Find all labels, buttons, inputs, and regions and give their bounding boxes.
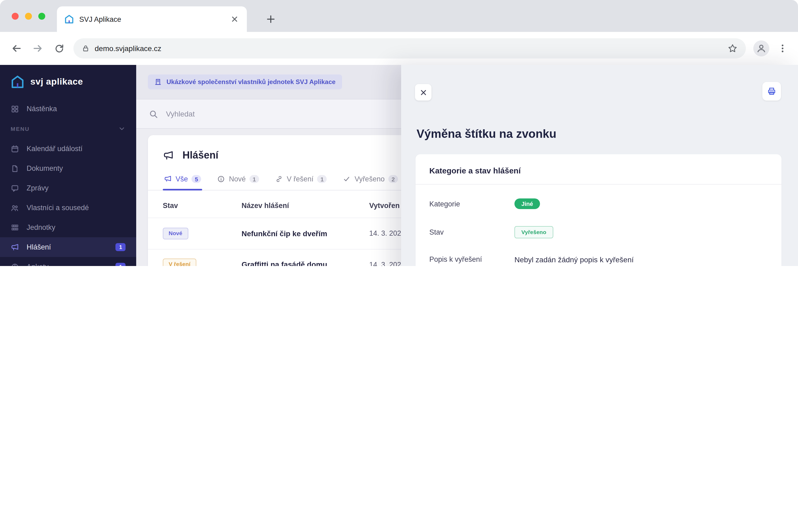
tab-vyreseno[interactable]: Vyřešeno 2 <box>342 170 399 190</box>
sidebar-item-nastenka[interactable]: Nástěnka <box>0 99 136 119</box>
status-badge: Nové <box>163 228 188 239</box>
search-icon <box>149 109 158 118</box>
count-badge: 1 <box>116 243 126 251</box>
card-title: Kategorie a stav hlášení <box>416 154 781 185</box>
section-label: MENU <box>11 126 30 132</box>
browser-tabstrip: SVJ Aplikace <box>0 0 798 32</box>
sidebar-item-zpravy[interactable]: Zprávy <box>0 178 136 198</box>
people-icon <box>11 204 19 212</box>
link-icon <box>275 175 283 183</box>
forward-icon[interactable] <box>31 41 45 55</box>
tab-label: Nové <box>229 175 246 183</box>
tab-close-icon[interactable] <box>230 14 240 24</box>
url-text: demo.svjaplikace.cz <box>95 44 722 53</box>
tab-count: 2 <box>388 175 398 183</box>
browser-menu-icon[interactable] <box>777 44 788 53</box>
chevron-down-icon <box>118 125 126 132</box>
resolution-text: Nebyl zadán žádný popis k vyřešení <box>514 255 633 264</box>
sidebar-item-vlastnici[interactable]: Vlastníci a sousedé <box>0 198 136 217</box>
document-icon <box>11 164 19 173</box>
category-status-card: Kategorie a stav hlášení Kategorie Jiné … <box>416 154 781 266</box>
column-name: Název hlášení <box>242 202 369 210</box>
tab-label: V řešení <box>287 175 314 183</box>
sidebar-item-kalendar[interactable]: Kalendář událostí <box>0 139 136 158</box>
sidebar-item-label: Kalendář událostí <box>26 145 82 153</box>
sidebar-item-dokumenty[interactable]: Dokumenty <box>0 158 136 178</box>
app-logo[interactable]: svj aplikace <box>0 65 136 99</box>
tab-count: 1 <box>249 175 259 183</box>
tab-nove[interactable]: Nové 1 <box>216 170 260 190</box>
print-button[interactable] <box>762 82 781 100</box>
column-status: Stav <box>163 202 242 210</box>
status-row: Stav Vyřešeno <box>416 217 781 247</box>
maximize-window-button[interactable] <box>38 13 45 20</box>
category-row: Kategorie Jiné <box>416 190 781 217</box>
browser-profile-avatar[interactable] <box>753 40 769 56</box>
sidebar-section-menu[interactable]: MENU <box>0 119 136 139</box>
browser-toolbar: demo.svjaplikace.cz <box>0 32 798 65</box>
tab-v-reseni[interactable]: V řešení 1 <box>274 170 328 190</box>
sidebar-item-label: Vlastníci a sousedé <box>26 204 89 212</box>
resolution-row: Popis k vyřešení Nebyl zadán žádný popis… <box>416 247 781 266</box>
building-icon <box>154 78 162 86</box>
association-badge[interactable]: Ukázkové společenství vlastníků jednotek… <box>148 75 342 89</box>
dashboard-icon <box>11 104 19 113</box>
calendar-icon <box>11 145 19 153</box>
new-tab-button[interactable] <box>265 13 277 25</box>
field-label: Popis k vyřešení <box>429 255 514 263</box>
app-logo-text: svj aplikace <box>30 77 83 87</box>
count-badge: 1 <box>116 263 126 266</box>
search-input[interactable] <box>165 109 327 119</box>
sidebar-item-hlaseni[interactable]: Hlášení 1 <box>0 237 136 257</box>
report-name: Nefunkční čip ke dveřím <box>242 229 369 238</box>
app-root: svj aplikace Nástěnka MENU Kalendář udál… <box>0 65 798 266</box>
close-icon <box>419 89 427 96</box>
sidebar-item-label: Jednotky <box>26 224 55 231</box>
lock-icon <box>82 45 89 52</box>
address-bar[interactable]: demo.svjaplikace.cz <box>73 38 746 58</box>
megaphone-icon <box>164 175 172 183</box>
status-badge: V řešení <box>163 259 196 266</box>
back-icon[interactable] <box>10 41 23 55</box>
category-badge: Jiné <box>514 198 540 209</box>
check-icon <box>343 175 351 183</box>
close-window-button[interactable] <box>12 13 19 20</box>
reload-icon[interactable] <box>52 41 66 55</box>
sidebar-item-ankety[interactable]: Ankety 1 <box>0 257 136 266</box>
sidebar-item-label: Ankety <box>26 263 49 266</box>
browser-window: SVJ Aplikace demo.svjaplikace.cz <box>0 0 798 266</box>
units-grid-icon <box>11 223 19 232</box>
tab-label: Vyřešeno <box>355 175 385 183</box>
megaphone-icon <box>163 150 174 161</box>
browser-tab[interactable]: SVJ Aplikace <box>57 6 247 32</box>
message-icon <box>11 184 19 192</box>
status-badge: Vyřešeno <box>514 226 553 238</box>
tab-title: SVJ Aplikace <box>79 15 225 23</box>
svj-logo-icon <box>11 75 24 89</box>
poll-icon <box>11 263 19 266</box>
report-name: Graffitti na fasádě domu <box>242 261 369 266</box>
window-controls <box>12 13 45 20</box>
field-label: Stav <box>429 228 514 236</box>
tab-label: Vše <box>175 175 188 183</box>
tab-count: 5 <box>192 175 201 183</box>
field-label: Kategorie <box>429 200 514 208</box>
detail-title: Výměna štítku na zvonku <box>417 127 781 141</box>
sidebar-item-label: Dokumenty <box>26 165 63 172</box>
report-detail-panel: Výměna štítku na zvonku Kategorie a stav… <box>401 65 798 266</box>
info-icon <box>217 175 225 183</box>
sidebar-item-label: Zprávy <box>26 184 49 192</box>
printer-icon <box>767 87 776 96</box>
sidebar-item-label: Nástěnka <box>26 105 57 113</box>
tab-vse[interactable]: Vše 5 <box>163 170 203 190</box>
minimize-window-button[interactable] <box>25 13 32 20</box>
megaphone-icon <box>11 243 19 251</box>
favicon-svj-icon <box>64 14 74 24</box>
bookmark-star-icon[interactable] <box>728 44 737 53</box>
sidebar: svj aplikace Nástěnka MENU Kalendář udál… <box>0 65 136 266</box>
association-badge-text: Ukázkové společenství vlastníků jednotek… <box>167 78 336 86</box>
sidebar-item-label: Hlášení <box>26 243 51 251</box>
close-panel-button[interactable] <box>415 84 432 100</box>
sidebar-item-jednotky[interactable]: Jednotky <box>0 217 136 237</box>
page-title: Hlášení <box>183 150 218 161</box>
